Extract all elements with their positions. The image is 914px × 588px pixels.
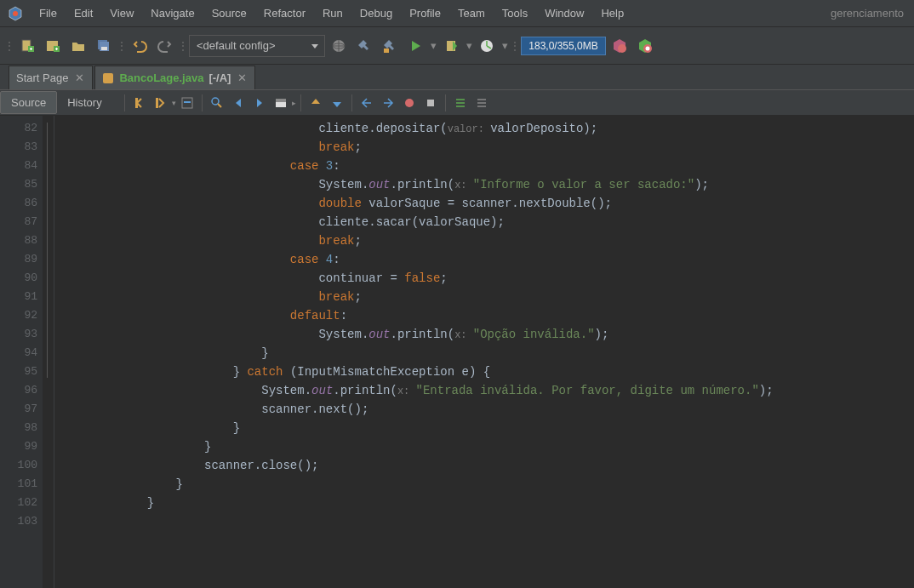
app-logo-icon	[7, 5, 24, 22]
menu-profile[interactable]: Profile	[401, 3, 449, 23]
svg-point-15	[618, 44, 626, 53]
svg-point-18	[646, 46, 650, 50]
menu-window[interactable]: Window	[536, 3, 592, 23]
dropdown-icon[interactable]: ▾	[429, 39, 437, 52]
main-toolbar: ⋮ ⋮ ⋮ <default config> ▾ ▾ ▾ ⋮ 183,0/355…	[0, 27, 914, 65]
svg-rect-21	[156, 98, 158, 108]
undo-button[interactable]	[128, 34, 151, 58]
dropdown-icon[interactable]: ▾	[172, 99, 176, 107]
menu-source[interactable]: Source	[203, 3, 255, 23]
back-button[interactable]	[129, 93, 150, 113]
prev-bookmark-button[interactable]	[306, 93, 326, 113]
editor-toolbar: Source History ▾ ▸	[0, 90, 914, 116]
menu-file[interactable]: File	[31, 3, 66, 23]
new-project-button[interactable]	[41, 34, 65, 58]
dropdown-icon[interactable]: ▾	[465, 39, 473, 52]
gc-button[interactable]	[608, 34, 631, 58]
svg-rect-28	[427, 100, 434, 106]
menu-refactor[interactable]: Refactor	[255, 3, 314, 23]
menu-view[interactable]: View	[101, 3, 142, 23]
history-mode-button[interactable]: History	[57, 92, 111, 113]
svg-point-1	[13, 11, 18, 16]
close-icon[interactable]: ✕	[73, 72, 85, 84]
menu-debug[interactable]: Debug	[351, 3, 401, 23]
toolbar-grip: ⋮	[119, 40, 124, 52]
tab-label: Start Page	[16, 71, 68, 84]
menu-tools[interactable]: Tools	[494, 3, 536, 23]
java-file-icon	[102, 72, 114, 84]
tab-start-page[interactable]: Start Page ✕	[9, 66, 93, 89]
find-next-button[interactable]	[249, 93, 270, 113]
last-edit-button[interactable]	[177, 93, 197, 113]
svg-point-27	[405, 99, 414, 107]
svg-rect-11	[384, 49, 389, 53]
toggle-highlight-button[interactable]	[271, 93, 291, 113]
settings-cube-button[interactable]	[633, 34, 657, 58]
find-prev-button[interactable]	[228, 93, 248, 113]
svg-point-24	[212, 98, 219, 105]
svg-rect-20	[135, 98, 138, 108]
toolbar-grip: ⋮	[180, 40, 186, 52]
run-button[interactable]	[403, 34, 427, 58]
menu-edit[interactable]: Edit	[66, 3, 101, 23]
svg-rect-19	[103, 73, 113, 83]
debug-button[interactable]	[439, 34, 463, 58]
shift-right-button[interactable]	[378, 93, 398, 113]
forward-button[interactable]	[151, 93, 171, 113]
project-name: gerenciamento	[831, 7, 911, 20]
menu-run[interactable]: Run	[314, 3, 351, 23]
new-file-button[interactable]	[15, 34, 39, 58]
profile-button[interactable]	[475, 34, 499, 58]
build-button[interactable]	[352, 34, 376, 58]
memory-indicator[interactable]: 183,0/355,0MB	[521, 37, 606, 55]
tab-suffix: [-/A]	[209, 71, 231, 84]
toolbar-grip: ⋮	[512, 40, 517, 52]
comment-button[interactable]	[450, 93, 471, 113]
close-icon[interactable]: ✕	[236, 72, 248, 84]
clean-build-button[interactable]	[378, 34, 402, 58]
svg-rect-23	[184, 101, 191, 103]
svg-rect-8	[101, 47, 107, 50]
shift-left-button[interactable]	[357, 93, 377, 113]
tab-label: BancoLage.java	[119, 71, 203, 84]
svg-rect-26	[276, 99, 286, 102]
menubar: FileEditViewNavigateSourceRefactorRunDeb…	[0, 0, 914, 27]
uncomment-button[interactable]	[471, 93, 492, 113]
run-config-select[interactable]: <default config>	[189, 35, 325, 57]
toolbar-grip: ⋮	[7, 40, 12, 52]
tab-banco-lage[interactable]: BancoLage.java [-/A] ✕	[94, 66, 255, 89]
code-area[interactable]: cliente.depositar(valor: valorDeposito);…	[54, 116, 914, 588]
macro-record-button[interactable]	[399, 93, 420, 113]
next-bookmark-button[interactable]	[327, 93, 347, 113]
fold-column[interactable]	[43, 116, 54, 588]
menu-team[interactable]: Team	[449, 3, 494, 23]
find-selection-button[interactable]	[207, 93, 227, 113]
editor-tabs: Start Page ✕ BancoLage.java [-/A] ✕	[0, 65, 914, 90]
line-number-gutter: 8283848586878889909192939495969798991001…	[0, 116, 43, 588]
redo-button[interactable]	[153, 34, 177, 58]
source-mode-button[interactable]: Source	[0, 91, 57, 114]
macro-stop-button[interactable]	[420, 93, 441, 113]
save-all-button[interactable]	[92, 34, 116, 58]
menu-navigate[interactable]: Navigate	[142, 3, 203, 23]
open-project-button[interactable]	[66, 34, 90, 58]
dropdown-icon[interactable]: ▾	[500, 39, 509, 52]
menu-help[interactable]: Help	[592, 3, 632, 23]
dropdown-icon[interactable]: ▸	[292, 99, 296, 107]
browser-button[interactable]	[327, 34, 351, 58]
code-editor[interactable]: 8283848586878889909192939495969798991001…	[0, 116, 914, 588]
